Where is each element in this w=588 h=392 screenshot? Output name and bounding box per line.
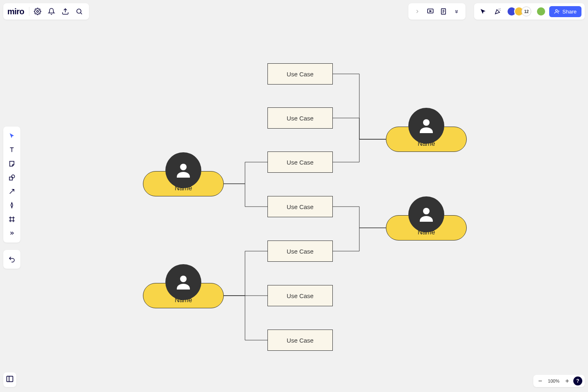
- svg-line-16: [500, 9, 501, 9]
- question-icon: ?: [576, 378, 579, 384]
- reactions-button[interactable]: [492, 6, 503, 17]
- person-icon: [408, 108, 444, 144]
- svg-point-3: [423, 208, 430, 214]
- cursor-tracking-button[interactable]: [477, 6, 489, 17]
- text-tool[interactable]: [5, 144, 19, 156]
- usecase-box[interactable]: Use Case: [267, 241, 333, 262]
- person-icon: [165, 264, 201, 300]
- chevrons-right-icon: [9, 230, 15, 236]
- zoom-in-button[interactable]: [563, 376, 572, 385]
- usecase-label: Use Case: [287, 115, 314, 122]
- chevrons-down-icon: [454, 9, 459, 14]
- usecase-label: Use Case: [287, 248, 314, 255]
- pointer-icon: [8, 132, 16, 140]
- undo-button[interactable]: [5, 253, 19, 265]
- settings-button[interactable]: [32, 6, 43, 17]
- usecase-label: Use Case: [287, 159, 314, 166]
- actor-node[interactable]: Name: [386, 215, 467, 241]
- frame-tool[interactable]: [5, 213, 19, 225]
- undo-panel: [3, 250, 20, 269]
- shapes-icon: [8, 174, 16, 181]
- pen-tool[interactable]: [5, 199, 19, 212]
- share-button[interactable]: Share: [549, 6, 581, 17]
- confetti-icon: [494, 8, 501, 15]
- prev-frame-button[interactable]: [412, 6, 423, 17]
- actor-node[interactable]: Name: [143, 171, 224, 196]
- collab-toolbar: 12 Share: [474, 3, 585, 20]
- top-left-toolbar: miro: [3, 3, 89, 20]
- more-tools-button[interactable]: [5, 227, 19, 239]
- usecase-label: Use Case: [287, 337, 314, 344]
- search-button[interactable]: [74, 6, 85, 17]
- frame-icon: [8, 216, 16, 223]
- more-menu-button[interactable]: [451, 6, 462, 17]
- bell-icon: [48, 8, 55, 15]
- document-icon: [440, 8, 447, 15]
- app-logo[interactable]: miro: [7, 7, 27, 16]
- svg-marker-9: [430, 11, 432, 12]
- search-icon: [76, 8, 83, 15]
- line-tool[interactable]: [5, 185, 19, 198]
- shape-tool[interactable]: [5, 172, 19, 184]
- minus-icon: [537, 378, 543, 384]
- sticky-note-tool[interactable]: [5, 158, 19, 170]
- svg-point-17: [556, 9, 558, 11]
- collaborator-avatars[interactable]: 12: [507, 7, 531, 16]
- gear-icon: [34, 8, 41, 15]
- actor-node[interactable]: Name: [386, 127, 467, 152]
- panel-icon: [6, 375, 14, 383]
- svg-point-2: [423, 119, 430, 126]
- select-tool[interactable]: [5, 130, 19, 142]
- user-plus-icon: [554, 9, 560, 14]
- svg-point-23: [11, 175, 15, 178]
- zoom-controls: 100% ?: [533, 375, 585, 387]
- separator: [29, 7, 29, 16]
- notifications-button[interactable]: [46, 6, 57, 17]
- upload-icon: [62, 8, 69, 15]
- pen-icon: [8, 202, 16, 209]
- usecase-box[interactable]: Use Case: [267, 330, 333, 351]
- usecase-label: Use Case: [287, 71, 314, 78]
- svg-point-1: [180, 276, 187, 282]
- export-button[interactable]: [60, 6, 71, 17]
- svg-point-4: [37, 11, 39, 13]
- share-label: Share: [562, 9, 577, 15]
- actor-node[interactable]: Name: [143, 283, 224, 308]
- sticky-note-icon: [8, 160, 16, 167]
- left-tool-panel: [3, 127, 20, 243]
- svg-line-15: [500, 10, 501, 11]
- usecase-box[interactable]: Use Case: [267, 107, 333, 129]
- plus-icon: [564, 378, 570, 384]
- person-icon: [165, 152, 201, 188]
- undo-icon: [8, 256, 16, 263]
- svg-line-7: [81, 13, 82, 14]
- svg-rect-29: [7, 376, 13, 381]
- svg-line-14: [499, 9, 499, 9]
- person-icon: [408, 196, 444, 232]
- presentation-toolbar: [408, 3, 466, 20]
- svg-point-0: [180, 164, 187, 170]
- canvas[interactable]: Use Case Use Case Use Case Use Case Use …: [0, 0, 588, 392]
- svg-line-24: [10, 189, 14, 194]
- text-icon: [8, 146, 16, 154]
- usecase-label: Use Case: [287, 203, 314, 210]
- arrow-icon: [8, 188, 16, 195]
- presentation-icon: [427, 8, 434, 15]
- usecase-label: Use Case: [287, 292, 314, 299]
- help-button[interactable]: ?: [573, 376, 582, 385]
- zoom-out-button[interactable]: [536, 376, 545, 385]
- cursor-icon: [479, 8, 487, 15]
- minimap-toggle[interactable]: [3, 372, 16, 387]
- present-button[interactable]: [425, 6, 436, 17]
- svg-point-6: [77, 9, 81, 13]
- usecase-box[interactable]: Use Case: [267, 285, 333, 306]
- current-user-avatar[interactable]: [536, 7, 546, 16]
- zoom-level[interactable]: 100%: [546, 379, 561, 383]
- chevron-right-icon: [414, 9, 420, 14]
- notes-button[interactable]: [438, 6, 449, 17]
- usecase-box[interactable]: Use Case: [267, 196, 333, 217]
- avatar-overflow-count[interactable]: 12: [521, 7, 531, 16]
- usecase-box[interactable]: Use Case: [267, 63, 333, 85]
- usecase-box[interactable]: Use Case: [267, 151, 333, 173]
